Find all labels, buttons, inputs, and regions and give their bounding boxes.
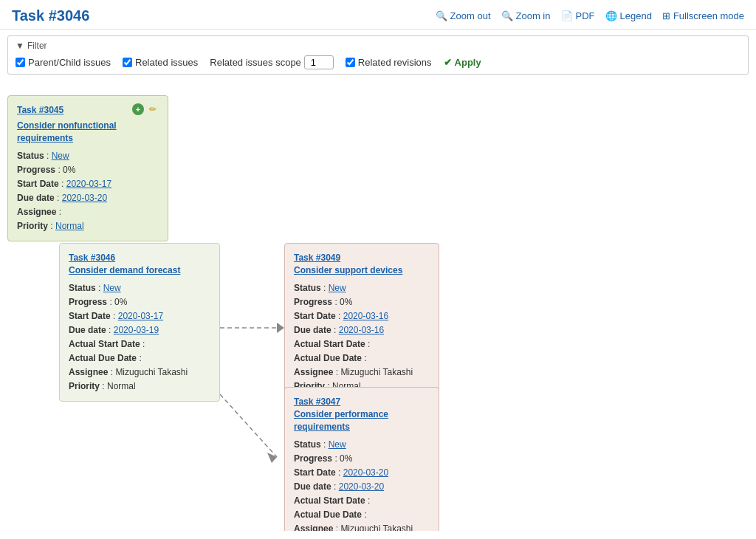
task-3049-id-link[interactable]: Task #3049 <box>294 253 340 263</box>
related-revisions-filter: Related revisions <box>346 57 432 68</box>
task-3047-start-date: Start Date : 2020-03-20 <box>294 466 430 479</box>
task-3046-status: Status : New <box>69 281 210 295</box>
task-3047-id-link[interactable]: Task #3047 <box>294 396 340 407</box>
legend-button[interactable]: 🌐 Legend <box>605 10 652 21</box>
task-3046-actual-start: Actual Start Date : <box>69 337 210 351</box>
legend-icon: 🌐 <box>605 10 617 21</box>
task-3049-due-date: Due date : 2020-03-16 <box>294 323 430 337</box>
filter-row: Parent/Child issues Related issues Relat… <box>16 55 740 69</box>
task-3047-due-date: Due date : 2020-03-20 <box>294 480 430 493</box>
related-revisions-label: Related revisions <box>358 57 432 68</box>
task-3045-priority: Priority : Normal <box>17 219 159 233</box>
card-3045-header: Task #3045 + ✏ <box>17 103 159 117</box>
related-issues-label: Related issues <box>135 57 198 68</box>
task-3049-start-date: Start Date : 2020-03-16 <box>294 309 430 323</box>
zoom-out-icon: 🔍 <box>436 10 447 21</box>
task-3049-status: Status : New <box>294 281 430 295</box>
edit-icon[interactable]: ✏ <box>147 103 159 115</box>
svg-marker-1 <box>277 323 284 333</box>
zoom-in-icon: 🔍 <box>501 10 513 21</box>
task-3049-actual-start: Actual Start Date : <box>294 337 430 351</box>
task-3045-assignee: Assignee : <box>17 205 159 219</box>
task-card-3046: Task #3046 Consider demand forecast Stat… <box>59 243 220 402</box>
related-issues-filter: Related issues <box>123 57 198 68</box>
parent-child-filter: Parent/Child issues <box>16 57 111 68</box>
task-3047-assignee: Assignee : Mizuguchi Takashi <box>294 522 430 531</box>
task-3049-assignee: Assignee : Mizuguchi Takashi <box>294 365 430 379</box>
task-3046-start-date: Start Date : 2020-03-17 <box>69 309 210 323</box>
task-3049-progress: Progress : 0% <box>294 295 430 309</box>
add-child-icon[interactable]: + <box>132 103 144 115</box>
task-3046-assignee: Assignee : Mizuguchi Takashi <box>69 365 210 379</box>
task-card-3047: Task #3047 Consider performance requirem… <box>284 387 439 531</box>
task-3045-id-link[interactable]: Task #3045 <box>17 103 63 117</box>
card-3045-actions: + ✏ <box>132 103 159 115</box>
parent-child-checkbox[interactable] <box>16 58 25 67</box>
related-issues-checkbox[interactable] <box>123 58 132 67</box>
task-3046-due-date: Due date : 2020-03-19 <box>69 323 210 337</box>
svg-line-2 <box>220 394 277 457</box>
task-3049-title[interactable]: Consider support devices <box>294 264 430 277</box>
svg-marker-3 <box>267 453 277 463</box>
filter-chevron-icon: ▼ <box>16 41 24 51</box>
task-3045-title[interactable]: Consider nonfunctional requirements <box>17 120 159 145</box>
task-3046-title[interactable]: Consider demand forecast <box>69 264 210 277</box>
zoom-out-button[interactable]: 🔍 Zoom out <box>436 10 491 21</box>
related-issues-scope-filter: Related issues scope <box>210 55 334 69</box>
task-3047-status: Status : New <box>294 438 430 451</box>
task-3045-status: Status : New <box>17 149 159 162</box>
fullscreen-button[interactable]: ⊞ Fullscreen mode <box>662 10 744 21</box>
pdf-button[interactable]: 📄 PDF <box>561 10 595 21</box>
task-3046-progress: Progress : 0% <box>69 295 210 309</box>
task-card-3049: Task #3049 Consider support devices Stat… <box>284 243 439 402</box>
fullscreen-icon: ⊞ <box>662 10 670 21</box>
related-issues-scope-label: Related issues scope <box>210 57 301 68</box>
task-3046-actual-due: Actual Due Date : <box>69 351 210 365</box>
task-3046-priority: Priority : Normal <box>69 380 210 393</box>
task-3045-due-date: Due date : 2020-03-20 <box>17 191 159 205</box>
related-revisions-checkbox[interactable] <box>346 58 355 67</box>
task-card-3045: Task #3045 + ✏ Consider nonfunctional re… <box>7 95 168 241</box>
task-3047-title[interactable]: Consider performance requirements <box>294 408 430 433</box>
parent-child-label: Parent/Child issues <box>28 57 111 68</box>
page-title: Task #3046 <box>12 7 89 24</box>
toolbar-actions: 🔍 Zoom out 🔍 Zoom in 📄 PDF 🌐 Legend ⊞ Fu… <box>436 10 744 21</box>
pdf-icon: 📄 <box>561 10 573 21</box>
task-3047-progress: Progress : 0% <box>294 452 430 465</box>
task-3047-actual-due: Actual Due Date : <box>294 508 430 521</box>
task-3045-progress: Progress : 0% <box>17 163 159 176</box>
filter-bar: ▼ Filter Parent/Child issues Related iss… <box>7 35 749 75</box>
related-issues-scope-input[interactable] <box>304 55 334 69</box>
zoom-in-button[interactable]: 🔍 Zoom in <box>501 10 551 21</box>
apply-button[interactable]: ✔ Apply <box>444 57 481 68</box>
task-3047-actual-start: Actual Start Date : <box>294 494 430 507</box>
task-3046-id-link[interactable]: Task #3046 <box>69 253 115 263</box>
task-3045-start-date: Start Date : 2020-03-17 <box>17 177 159 190</box>
apply-checkmark-icon: ✔ <box>444 57 452 68</box>
filter-toggle[interactable]: ▼ Filter <box>16 41 740 51</box>
task-3049-actual-due: Actual Due Date : <box>294 351 430 365</box>
page-header: Task #3046 🔍 Zoom out 🔍 Zoom in 📄 PDF 🌐 … <box>0 0 756 30</box>
canvas-area: Task #3045 + ✏ Consider nonfunctional re… <box>0 80 756 531</box>
